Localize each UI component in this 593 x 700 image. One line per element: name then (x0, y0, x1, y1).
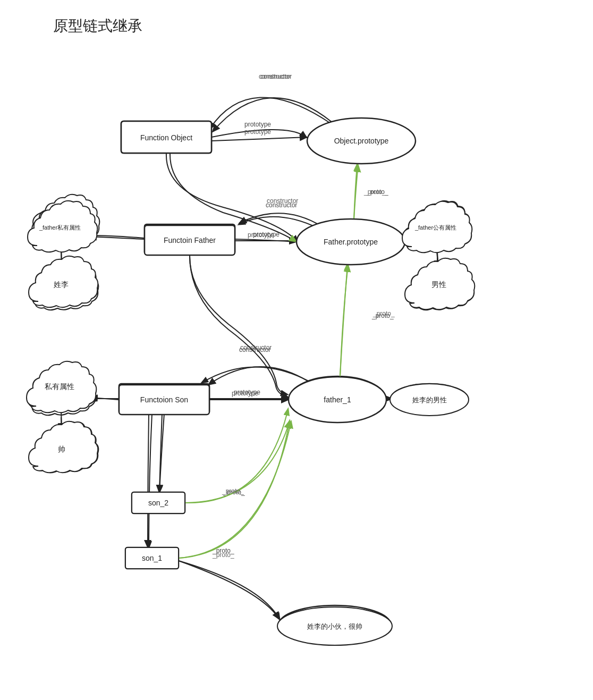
svg-text:_father公有属性: _father公有属性 (414, 224, 456, 231)
svg-text:姓李的男性: 姓李的男性 (412, 396, 447, 404)
svg-text:son_1: son_1 (142, 554, 162, 562)
svg-text:_proto_: _proto_ (363, 188, 386, 196)
svg-text:Object.prototype: Object.prototype (334, 137, 389, 145)
svg-text:姓李的小伙，很帅: 姓李的小伙，很帅 (307, 622, 362, 630)
svg-text:constructor: constructor (240, 344, 272, 351)
svg-text:帅: 帅 (58, 445, 65, 453)
svg-text:Functoin Father: Functoin Father (164, 236, 216, 244)
svg-text:私有属性: 私有属性 (45, 382, 74, 391)
svg-text:Function Object: Function Object (140, 133, 192, 142)
svg-text:son_2: son_2 (148, 499, 168, 507)
svg-text:constructor: constructor (267, 197, 298, 205)
svg-text:_proto_: _proto_ (212, 551, 234, 559)
svg-text:_proto_: _proto_ (372, 310, 395, 317)
svg-text:Father.prototype: Father.prototype (324, 238, 378, 246)
svg-text:_father私有属性: _father私有属性 (39, 224, 81, 231)
svg-text:_proto_: _proto_ (222, 487, 244, 495)
svg-text:prototype: prototype (232, 390, 258, 397)
svg-text:姓李: 姓李 (54, 280, 69, 289)
svg-text:father_1: father_1 (324, 395, 351, 404)
svg-text:constructor: constructor (259, 73, 290, 80)
svg-text:prototype: prototype (248, 231, 274, 239)
svg-text:男性: 男性 (431, 280, 446, 289)
svg-text:prototype: prototype (244, 128, 271, 136)
svg-text:Functoion Son: Functoion Son (140, 395, 188, 404)
